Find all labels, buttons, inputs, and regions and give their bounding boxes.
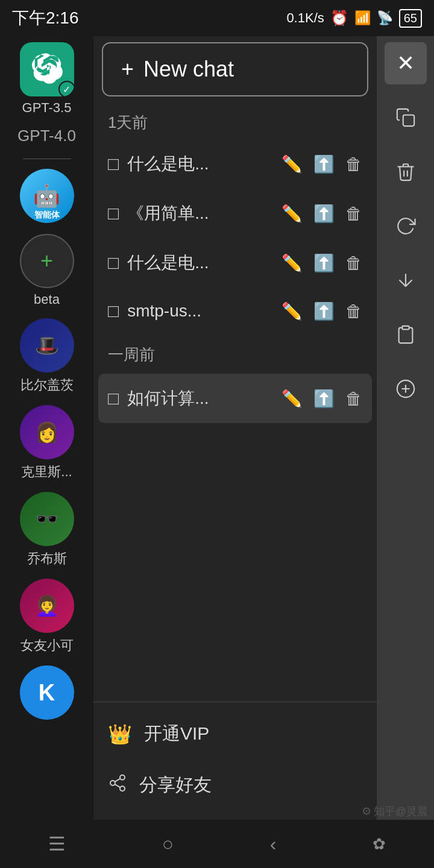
share-icon-1[interactable]: ⬆️: [313, 154, 335, 174]
right-panel: ✕: [377, 36, 434, 868]
clipboard-button[interactable]: [385, 313, 427, 356]
watermark: ⚙ 知乎@灵晨: [362, 804, 428, 819]
zhiti-avatar: 🤖 智能体: [20, 169, 74, 223]
chat-bubble-icon-3: □: [108, 253, 119, 273]
chat-item-2[interactable]: □ 《用简单... ✏️ ⬆️ 🗑: [98, 189, 372, 238]
chat-item-4[interactable]: □ smtp-us... ✏️ ⬆️ 🗑: [98, 288, 372, 335]
svg-point-2: [120, 786, 125, 791]
download-button[interactable]: [385, 259, 427, 301]
edit-icon-2[interactable]: ✏️: [281, 204, 303, 224]
status-time: 下午2:16: [12, 7, 79, 30]
k-avatar: K: [20, 665, 74, 720]
chat-actions-3: ✏️ ⬆️ 🗑: [281, 253, 362, 273]
chat-title-5: 如何计算...: [127, 387, 273, 410]
sidebar-item-gpt35[interactable]: ✓ GPT-3.5: [20, 42, 74, 116]
chat-bubble-icon-1: □: [108, 154, 119, 174]
delete-button[interactable]: [385, 151, 427, 193]
gpt35-avatar: ✓: [20, 42, 74, 96]
check-badge: ✓: [58, 81, 74, 96]
main-container: ✓ GPT-3.5 GPT-4.0 🤖 智能体 + beta 🎩 比尔盖茨: [0, 36, 434, 868]
gpt35-label: GPT-3.5: [22, 100, 72, 116]
jobs-avatar: 🕶️: [20, 492, 74, 546]
home-nav-button[interactable]: ○: [162, 833, 174, 855]
chat-title-3: 什么是电...: [127, 251, 273, 274]
nvyou-avatar: 👩‍🦱: [20, 579, 74, 633]
sidebar-item-bill[interactable]: 🎩 比尔盖茨: [20, 318, 74, 394]
battery-indicator: 65: [399, 9, 422, 28]
divider: [23, 159, 71, 159]
edit-icon-5[interactable]: ✏️: [281, 389, 303, 409]
delete-icon-5[interactable]: 🗑: [345, 389, 362, 409]
sidebar-item-k[interactable]: K: [20, 665, 74, 720]
delete-icon-4[interactable]: 🗑: [345, 301, 362, 321]
edit-icon-4[interactable]: ✏️: [281, 301, 303, 321]
chat-title-1: 什么是电...: [127, 153, 273, 175]
speed-indicator: 0.1K/s: [286, 10, 324, 26]
sidebar-item-beta[interactable]: + beta: [20, 234, 74, 307]
time-label-week: 一周前: [93, 335, 377, 371]
kris-label: 克里斯...: [21, 463, 72, 481]
chat-item-3[interactable]: □ 什么是电... ✏️ ⬆️ 🗑: [98, 238, 372, 288]
chat-item-5[interactable]: □ 如何计算... ✏️ ⬆️ 🗑: [98, 374, 372, 423]
gpt40-label: GPT-4.0: [17, 127, 76, 145]
vip-menu-item[interactable]: 👑 开通VIP: [93, 708, 377, 760]
share-icon-2[interactable]: ⬆️: [313, 204, 335, 224]
flower-nav-button[interactable]: ✿: [373, 835, 386, 854]
add-button[interactable]: [385, 368, 427, 410]
svg-point-1: [110, 781, 115, 785]
delete-icon-3[interactable]: 🗑: [345, 253, 362, 273]
bill-label: 比尔盖茨: [20, 376, 74, 394]
bottom-navigation: ☰ ○ ‹ ✿: [0, 820, 434, 868]
status-bar: 下午2:16 0.1K/s ⏰ 📶 📡 65: [0, 0, 434, 36]
edit-icon-3[interactable]: ✏️: [281, 253, 303, 273]
share-icon-4[interactable]: ⬆️: [313, 301, 335, 321]
chat-title-4: smtp-us...: [127, 301, 273, 321]
vip-label: 开通VIP: [144, 722, 209, 746]
signal-icon: 📶: [354, 10, 371, 26]
share-icon-5[interactable]: ⬆️: [313, 389, 335, 409]
svg-rect-6: [402, 326, 409, 330]
menu-nav-button[interactable]: ☰: [48, 832, 66, 855]
refresh-button[interactable]: [385, 205, 427, 247]
alarm-icon: ⏰: [330, 10, 348, 27]
time-label-1day: 1天前: [93, 102, 377, 139]
wifi-icon: 📡: [377, 10, 393, 26]
share-menu-item[interactable]: 分享好友: [93, 760, 377, 811]
share-icon-3[interactable]: ⬆️: [313, 253, 335, 273]
chat-bubble-icon-2: □: [108, 203, 119, 224]
beta-plus-icon: +: [40, 250, 53, 272]
jobs-label: 乔布斯: [27, 550, 67, 568]
chat-actions-5: ✏️ ⬆️ 🗑: [281, 389, 362, 409]
new-chat-label: New chat: [143, 57, 234, 82]
chat-actions-1: ✏️ ⬆️ 🗑: [281, 154, 362, 174]
new-chat-button[interactable]: + New chat: [102, 42, 368, 96]
svg-line-3: [115, 784, 120, 787]
bill-avatar: 🎩: [20, 318, 74, 373]
chat-item-1[interactable]: □ 什么是电... ✏️ ⬆️ 🗑: [98, 139, 372, 189]
sidebar-item-jobs[interactable]: 🕶️ 乔布斯: [20, 492, 74, 568]
chat-actions-4: ✏️ ⬆️ 🗑: [281, 301, 362, 321]
sidebar-item-kris[interactable]: 👩 克里斯...: [20, 405, 74, 481]
status-icons: 0.1K/s ⏰ 📶 📡 65: [286, 9, 422, 28]
edit-icon-1[interactable]: ✏️: [281, 154, 303, 174]
chat-panel: + New chat 1天前 □ 什么是电... ✏️ ⬆️ 🗑 □ 《用简单.…: [93, 36, 377, 868]
beta-avatar: +: [20, 234, 74, 288]
svg-line-4: [115, 778, 120, 781]
crown-icon: 👑: [108, 723, 132, 746]
chat-bubble-icon-4: □: [108, 301, 119, 321]
svg-point-0: [120, 775, 125, 779]
chat-actions-2: ✏️ ⬆️ 🗑: [281, 204, 362, 224]
share-friends-icon: [108, 773, 127, 797]
avatar-sidebar: ✓ GPT-3.5 GPT-4.0 🤖 智能体 + beta 🎩 比尔盖茨: [0, 36, 93, 868]
delete-icon-2[interactable]: 🗑: [345, 204, 362, 224]
kris-avatar: 👩: [20, 405, 74, 459]
delete-icon-1[interactable]: 🗑: [345, 154, 362, 174]
sidebar-item-zhiti[interactable]: 🤖 智能体: [20, 169, 74, 223]
chat-title-2: 《用简单...: [127, 202, 273, 225]
back-nav-button[interactable]: ‹: [270, 833, 277, 855]
copy-button[interactable]: [385, 96, 427, 139]
close-button[interactable]: ✕: [385, 42, 427, 84]
sidebar-item-gpt40[interactable]: GPT-4.0: [17, 127, 76, 145]
svg-rect-5: [403, 115, 414, 126]
sidebar-item-nvyou[interactable]: 👩‍🦱 女友小可: [20, 579, 74, 655]
